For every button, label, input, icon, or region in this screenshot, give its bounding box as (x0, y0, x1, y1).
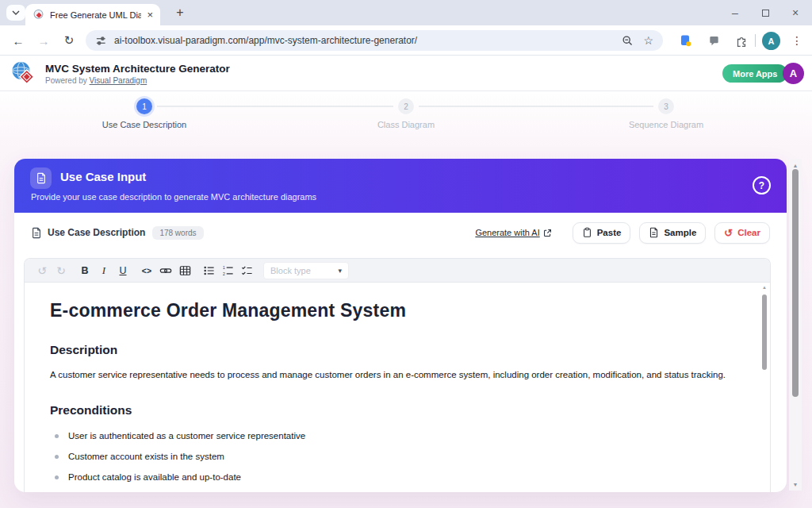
close-window-button[interactable]: × (780, 0, 810, 25)
step-3-label: Sequence Diagram (579, 120, 753, 129)
app-header: MVC System Architecture Generator Powere… (0, 56, 812, 91)
zoom-out-icon[interactable] (622, 35, 634, 47)
dropdown-caret-icon: ▾ (338, 267, 342, 275)
browser-profile-avatar[interactable]: A (762, 32, 780, 50)
paste-clipboard-icon (582, 227, 592, 238)
new-tab-button[interactable]: + (170, 3, 190, 22)
powered-by: Powered by Visual Paradigm (45, 76, 147, 85)
bullet-list-button[interactable] (199, 262, 218, 279)
step-1-circle[interactable]: 1 (136, 98, 152, 114)
sample-doc-icon (649, 227, 659, 238)
clear-button[interactable]: ↺ Clear (714, 222, 770, 244)
extension-icon-chat[interactable] (704, 32, 723, 49)
document-icon-chip (30, 167, 52, 189)
page-scrollbar[interactable]: ▲ ▼ (789, 159, 802, 491)
editor-content[interactable]: E-commerce Order Management System Descr… (25, 283, 770, 482)
banner-title: Use Case Input (60, 170, 146, 183)
sample-button[interactable]: Sample (639, 222, 706, 244)
browser-navbar: ← → ↻ ai-toolbox.visual-paradigm.com/app… (0, 25, 812, 56)
step-2-label: Class Diagram (319, 120, 493, 129)
more-apps-button[interactable]: More Apps (722, 64, 787, 83)
table-icon (179, 265, 191, 276)
doc-description-heading: Description (50, 343, 738, 357)
browser-tab-strip: Free Generate UML Diagrams - × + – × (0, 0, 812, 25)
user-avatar[interactable]: A (783, 63, 804, 84)
paste-button[interactable]: Paste (573, 222, 631, 244)
doc-description-text: A customer service representative needs … (50, 368, 738, 382)
doc-title: E-commerce Order Management System (50, 300, 738, 321)
editor-scrollbar[interactable]: ▲ (760, 283, 768, 488)
use-case-card: Use Case Input Provide your use case des… (14, 159, 787, 492)
section-label: Use Case Description (48, 227, 145, 238)
site-settings-icon (95, 35, 107, 47)
powered-by-prefix: Powered by (45, 76, 90, 85)
block-type-placeholder: Block type (270, 266, 338, 275)
check-list-icon (241, 265, 253, 276)
rich-text-editor: ↺ ↻ B I U <> (24, 258, 771, 492)
step-connector-1 (157, 106, 393, 107)
scroll-up-icon[interactable]: ▲ (760, 283, 768, 291)
maximize-button[interactable] (750, 0, 780, 25)
help-button[interactable]: ? (753, 176, 771, 194)
editor-toolbar: ↺ ↻ B I U <> (25, 259, 770, 283)
reload-button[interactable]: ↻ (59, 31, 79, 50)
page-scrollbar-thumb[interactable] (792, 169, 799, 397)
address-bar[interactable]: ai-toolbox.visual-paradigm.com/app/mvc-s… (86, 30, 663, 51)
step-2-circle[interactable]: 2 (398, 98, 414, 114)
doc-preconditions-heading: Preconditions (50, 403, 738, 418)
browser-tab[interactable]: Free Generate UML Diagrams - × (25, 4, 160, 25)
block-type-dropdown[interactable]: Block type ▾ (263, 262, 349, 279)
table-button[interactable] (175, 262, 194, 279)
description-doc-icon (31, 227, 42, 239)
underline-button[interactable]: U (113, 262, 132, 279)
extensions-puzzle-icon[interactable] (731, 32, 750, 49)
check-list-button[interactable] (237, 262, 256, 279)
numbered-list-button[interactable]: 12 (218, 262, 237, 279)
paste-label: Paste (597, 228, 622, 237)
generate-with-ai-label: Generate with AI (475, 228, 539, 237)
visual-paradigm-logo (10, 60, 38, 88)
tab-search-button[interactable] (6, 5, 25, 21)
link-icon (159, 264, 172, 277)
undo-button[interactable]: ↺ (33, 262, 52, 279)
scroll-down-icon[interactable]: ▼ (789, 479, 802, 489)
svg-text:1: 1 (222, 265, 224, 269)
editor-actions-row: Use Case Description 178 words Generate … (14, 213, 787, 252)
browser-menu-icon[interactable]: ⋮ (788, 32, 806, 49)
minimize-button[interactable]: – (720, 0, 750, 25)
clear-label: Clear (737, 228, 760, 237)
window-controls: – × (720, 0, 810, 25)
sample-label: Sample (664, 228, 696, 237)
editor-scrollbar-thumb[interactable] (762, 294, 767, 370)
italic-button[interactable]: I (94, 262, 113, 279)
url-text: ai-toolbox.visual-paradigm.com/app/mvc-s… (114, 35, 615, 46)
doc-preconditions-list: User is authenticated as a customer serv… (50, 431, 738, 482)
list-item: Product catalog is available and up-to-d… (50, 472, 738, 482)
tab-title: Free Generate UML Diagrams - (50, 10, 141, 20)
svg-text:2: 2 (222, 271, 224, 275)
visual-paradigm-link[interactable]: Visual Paradigm (90, 76, 147, 85)
clear-reset-icon: ↺ (724, 228, 733, 238)
bold-button[interactable]: B (75, 262, 94, 279)
extension-icon-docs[interactable] (676, 32, 695, 49)
document-icon (36, 172, 47, 184)
link-button[interactable] (156, 262, 175, 279)
back-button[interactable]: ← (8, 31, 29, 50)
forward-button[interactable]: → (33, 31, 54, 50)
redo-button[interactable]: ↻ (52, 262, 71, 279)
step-1-label[interactable]: Use Case Description (57, 120, 232, 129)
code-button[interactable]: <> (137, 262, 156, 279)
banner-subtitle: Provide your use case description to gen… (31, 192, 316, 202)
bookmark-star-icon[interactable]: ☆ (643, 35, 653, 46)
external-link-icon (543, 229, 552, 237)
step-connector-2 (419, 106, 653, 107)
tab-close-icon[interactable]: × (147, 10, 153, 20)
site-favicon (33, 9, 44, 21)
generate-with-ai-link[interactable]: Generate with AI (475, 228, 551, 237)
chevron-down-icon (12, 10, 20, 15)
toolbar-divider (755, 34, 756, 47)
app-title: MVC System Architecture Generator (45, 63, 230, 75)
numbered-list-icon: 12 (222, 265, 234, 276)
step-3-circle[interactable]: 3 (658, 98, 674, 114)
maximize-icon (762, 10, 769, 17)
